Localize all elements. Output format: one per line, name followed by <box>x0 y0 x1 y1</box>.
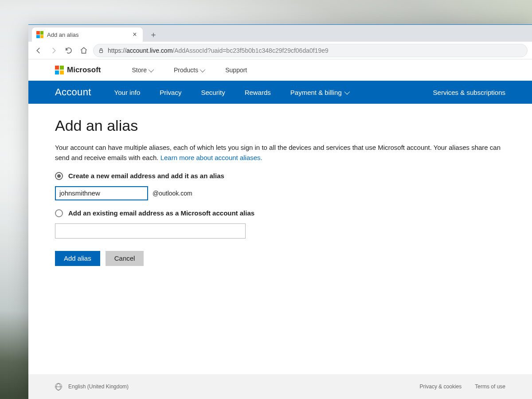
chevron-down-icon <box>344 89 350 94</box>
footer-privacy-link[interactable]: Privacy & cookies <box>420 383 462 390</box>
footer-terms-link[interactable]: Terms of use <box>475 383 505 390</box>
browser-tab[interactable]: Add an alias × <box>32 27 143 42</box>
microsoft-nav: Store Products Support <box>132 66 247 74</box>
lock-icon <box>98 47 104 54</box>
radio-button-icon <box>55 209 63 217</box>
nav-support[interactable]: Support <box>225 66 247 74</box>
main-content: Add an alias Your account can have multi… <box>28 104 532 374</box>
page-description: Your account can have multiple aliases, … <box>55 142 505 163</box>
existing-email-input[interactable] <box>55 223 246 239</box>
option-existing: Add an existing email address as a Micro… <box>55 209 505 239</box>
nav-store-label: Store <box>132 66 147 74</box>
address-bar[interactable]: https://account.live.com/AddAssocId?uaid… <box>93 44 528 57</box>
radio-create-new-label: Create a new email address and add it as… <box>68 172 224 180</box>
microsoft-logo-icon <box>55 66 64 74</box>
microsoft-header: Microsoft Store Products Support <box>28 59 532 81</box>
page-footer: English (United Kingdom) Privacy & cooki… <box>28 374 532 399</box>
browser-toolbar: https://account.live.com/AddAssocId?uaid… <box>28 42 532 59</box>
page-title: Add an alias <box>55 117 505 134</box>
microsoft-wordmark: Microsoft <box>67 66 101 74</box>
globe-icon[interactable] <box>55 383 62 390</box>
button-row: Add alias Cancel <box>55 251 505 266</box>
nav-payment-label: Payment & billing <box>290 89 342 96</box>
page-body: Microsoft Store Products Support Account… <box>28 59 532 399</box>
svg-rect-0 <box>100 50 103 52</box>
browser-window: Add an alias × ＋ https://account.live.co… <box>28 24 532 399</box>
nav-store[interactable]: Store <box>132 66 153 74</box>
nav-security[interactable]: Security <box>201 89 225 96</box>
radio-existing[interactable]: Add an existing email address as a Micro… <box>55 209 505 217</box>
radio-button-icon <box>55 172 63 180</box>
learn-more-link[interactable]: Learn more about account aliases. <box>160 154 262 161</box>
microsoft-logo[interactable]: Microsoft <box>55 66 101 74</box>
back-icon[interactable] <box>33 45 44 56</box>
nav-rewards[interactable]: Rewards <box>245 89 271 96</box>
url-text: https://account.live.com/AddAssocId?uaid… <box>108 47 329 54</box>
reload-icon[interactable] <box>63 45 74 56</box>
radio-create-new[interactable]: Create a new email address and add it as… <box>55 172 505 180</box>
nav-privacy[interactable]: Privacy <box>160 89 181 96</box>
nav-services[interactable]: Services & subscriptions <box>433 89 505 96</box>
forward-icon[interactable] <box>48 45 59 56</box>
account-brand[interactable]: Account <box>55 86 91 98</box>
new-tab-button[interactable]: ＋ <box>147 28 160 41</box>
chevron-down-icon <box>200 66 206 72</box>
favicon-microsoft-icon <box>36 31 43 38</box>
nav-products[interactable]: Products <box>174 66 204 74</box>
new-email-input[interactable] <box>55 186 148 200</box>
nav-your-info[interactable]: Your info <box>114 89 141 96</box>
existing-email-row <box>55 223 505 239</box>
tab-close-icon[interactable]: × <box>131 31 138 39</box>
option-create-new: Create a new email address and add it as… <box>55 172 505 200</box>
locale-label[interactable]: English (United Kingdom) <box>68 383 129 390</box>
cancel-button[interactable]: Cancel <box>106 251 144 266</box>
new-email-row: @outlook.com <box>55 186 505 200</box>
url-host: account.live.com <box>126 47 172 54</box>
url-scheme: https:// <box>108 47 126 54</box>
radio-existing-label: Add an existing email address as a Micro… <box>68 209 254 217</box>
add-alias-button[interactable]: Add alias <box>55 251 100 266</box>
email-domain-suffix: @outlook.com <box>153 190 192 197</box>
nav-payment-billing[interactable]: Payment & billing <box>290 89 348 96</box>
tab-title: Add an alias <box>47 31 128 38</box>
account-nav-bar: Account Your info Privacy Security Rewar… <box>28 81 532 104</box>
nav-products-label: Products <box>174 66 198 74</box>
nav-support-label: Support <box>225 66 247 74</box>
desc-text: Your account can have multiple aliases, … <box>55 144 501 161</box>
tab-strip: Add an alias × ＋ <box>28 25 532 42</box>
home-icon[interactable] <box>78 45 90 56</box>
url-path: /AddAssocId?uaid=bc23f5b0b1c348c29f29cf0… <box>172 47 328 54</box>
chevron-down-icon <box>149 66 154 72</box>
